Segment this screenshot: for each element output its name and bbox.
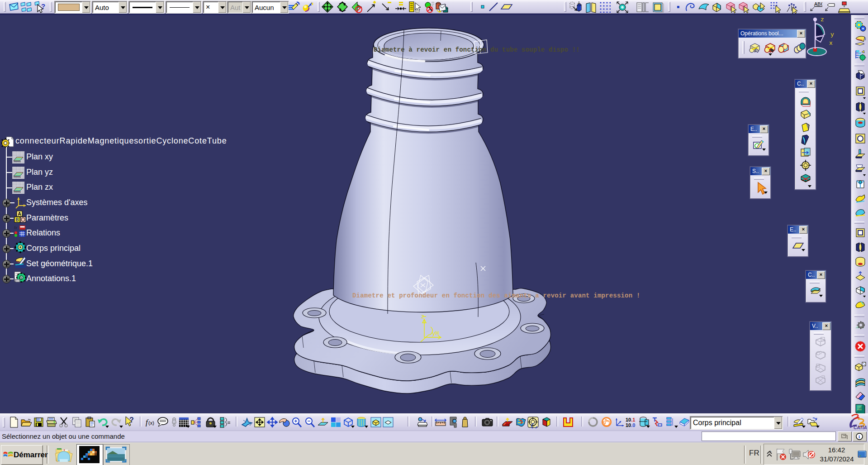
- svg-text:z: z: [421, 314, 424, 320]
- svg-text:CATIA: CATIA: [854, 425, 867, 430]
- svg-text:10.1: 10.1: [626, 417, 635, 422]
- svg-text:y: y: [830, 31, 834, 38]
- svg-text:ABC: ABC: [814, 1, 822, 7]
- svg-text:A: A: [18, 211, 21, 216]
- svg-text:yH: yH: [432, 330, 439, 337]
- svg-text:x: x: [829, 40, 833, 47]
- svg-text:B: B: [16, 217, 19, 222]
- svg-text:10.0: 10.0: [626, 422, 635, 428]
- svg-text:i: i: [859, 434, 860, 439]
- svg-text:?: ?: [129, 416, 134, 424]
- svg-text:?: ?: [41, 2, 45, 10]
- svg-text:z: z: [821, 16, 824, 23]
- svg-text:fx: fx: [14, 225, 18, 230]
- svg-text:(x): (x): [148, 420, 154, 426]
